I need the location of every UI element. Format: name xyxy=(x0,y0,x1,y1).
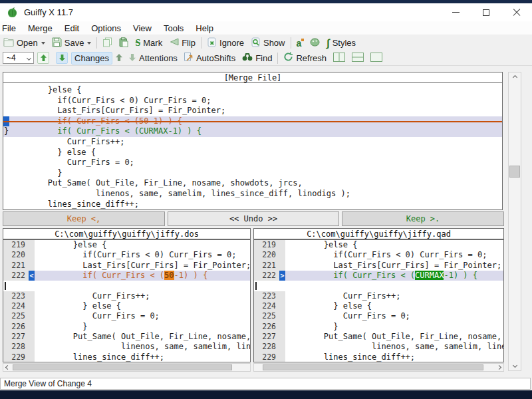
copy-button[interactable] xyxy=(99,37,116,50)
merge-code-line[interactable]: Curr_Firs = 0; xyxy=(3,158,502,168)
menu-help[interactable]: Help xyxy=(190,23,219,33)
split-vertical-view-button[interactable] xyxy=(330,51,348,65)
code-line[interactable]: 226 } xyxy=(3,322,250,332)
show-button[interactable]: Show xyxy=(247,37,289,50)
merge-code-line[interactable]: } else { xyxy=(3,148,502,158)
code-text: Last_Firs[Curr_Firs] = Fir_Pointer; xyxy=(285,261,501,271)
ignore-button[interactable]: Ignore xyxy=(203,37,247,50)
code-line[interactable]: 219 }else { xyxy=(3,240,250,250)
open-dropdown-icon[interactable] xyxy=(41,42,45,45)
scroll-up-icon[interactable] xyxy=(509,72,521,82)
removed-line-marker-icon: - xyxy=(3,116,9,127)
minimize-button[interactable] xyxy=(440,3,471,21)
code-line[interactable]: 222> if( Curr_Firs < (CURMAX-1) ) { xyxy=(254,271,503,281)
code-line[interactable]: 221 Last_Firs[Curr_Firs] = Fir_Pointer; xyxy=(3,261,250,271)
change-selector[interactable]: ~4 xyxy=(3,52,34,64)
code-line[interactable]: 223 Curr_Firs++; xyxy=(3,291,250,301)
code-line[interactable]: 222< if( Curr_Firs < (50-1) ) { xyxy=(3,271,250,281)
code-line[interactable]: 229 lines_since_diff++; xyxy=(3,352,250,362)
left-editor[interactable]: 219 }else {220 if(Curr_Firs < 0) Curr_Fi… xyxy=(3,239,251,362)
paste-button[interactable] xyxy=(116,37,132,50)
menu-edit[interactable]: Edit xyxy=(59,23,85,33)
menu-merge[interactable]: Merge xyxy=(22,23,59,33)
merge-code-line[interactable]: } xyxy=(3,168,502,179)
maximize-button[interactable] xyxy=(471,3,501,21)
left-hscroll-thumb[interactable] xyxy=(13,364,232,370)
menu-view[interactable]: View xyxy=(127,23,158,33)
save-button[interactable]: Save xyxy=(49,37,95,50)
toolbar-separator xyxy=(291,37,291,49)
flip-button[interactable]: Flip xyxy=(166,37,199,50)
open-button[interactable]: Open xyxy=(0,37,49,50)
merge-code-line[interactable]: }else { xyxy=(3,85,502,96)
menu-tools[interactable]: Tools xyxy=(158,23,190,33)
merge-code-line[interactable]: linenos, same, samelim, lines_since_diff… xyxy=(3,189,502,200)
find-button[interactable]: Find xyxy=(239,51,275,65)
code-line[interactable]: 224 } else { xyxy=(3,301,250,311)
code-line[interactable]: 226 } xyxy=(254,322,503,332)
keep-right-button[interactable]: Keep >. xyxy=(342,211,504,226)
font-button[interactable]: a xyxy=(293,37,307,50)
scroll-down-icon[interactable] xyxy=(509,360,521,370)
code-line[interactable]: 228 linenos, same, samelim, lines_since_… xyxy=(254,342,503,352)
previous-attention-button[interactable] xyxy=(112,51,126,65)
gutter-marker xyxy=(279,291,285,301)
merge-code-line[interactable]: } if( Curr_Firs < (CURMAX-1) ) { xyxy=(3,126,502,137)
autoshifts-button[interactable]: AutoShifts xyxy=(180,51,239,65)
next-change-button[interactable] xyxy=(53,51,71,65)
code-line[interactable]: 224 } else { xyxy=(254,301,503,311)
merge-code-line[interactable]: Put_Same( Out_File, Fir_Line, nosame, sh… xyxy=(3,178,502,189)
refresh-button[interactable]: Refresh xyxy=(280,51,330,65)
scroll-right-icon[interactable] xyxy=(495,364,503,371)
scroll-left-icon[interactable] xyxy=(3,364,12,371)
code-text: if(Curr_Firs < 0) Curr_Firs = 0; xyxy=(35,250,236,260)
split-horizontal-view-button[interactable] xyxy=(348,51,367,65)
right-horizontal-scrollbar[interactable] xyxy=(253,363,504,372)
right-hscroll-thumb[interactable] xyxy=(263,364,483,370)
mark-button[interactable]: S Mark xyxy=(132,37,166,50)
code-line[interactable]: 227 Put_Same( Out_File, Fir_Line, nosame… xyxy=(254,332,503,342)
merge-code-line[interactable]: if(Curr_Firs < 0) Curr_Firs = 0; xyxy=(3,96,502,106)
changes-label[interactable]: Changes xyxy=(71,52,112,65)
styles-button[interactable]: ∫ Styles xyxy=(323,37,359,50)
keep-left-button[interactable]: Keep <, xyxy=(3,211,165,226)
merge-code-line[interactable]: Curr_Firs++; xyxy=(3,137,502,148)
single-view-button[interactable] xyxy=(367,51,386,65)
code-line[interactable]: 225 Curr_Firs = 0; xyxy=(254,311,503,321)
next-attention-button[interactable] xyxy=(126,51,139,65)
code-line[interactable]: 225 Curr_Firs = 0; xyxy=(3,311,250,321)
previous-change-button[interactable] xyxy=(34,51,53,65)
vscroll-thumb[interactable] xyxy=(509,166,520,178)
right-editor[interactable]: 219 }else {220 if(Curr_Firs < 0) Curr_Fi… xyxy=(253,239,504,362)
merge-line-text: Put_Same( Out_File, Fir_Line, nosame, sh… xyxy=(9,178,303,189)
code-line[interactable]: 220 if(Curr_Firs < 0) Curr_Firs = 0; xyxy=(3,250,250,260)
close-button[interactable] xyxy=(501,3,532,21)
down-arrow-icon xyxy=(56,52,68,64)
change-selector-dropdown[interactable] xyxy=(24,57,33,60)
merge-code-line[interactable]: - if( Curr_Firs < (50-1) ) { xyxy=(3,116,502,127)
code-line[interactable]: 221 Last_Firs[Curr_Firs] = Fir_Pointer; xyxy=(254,261,503,271)
left-horizontal-scrollbar[interactable] xyxy=(3,363,251,372)
code-line[interactable]: 223 Curr_Firs++; xyxy=(254,291,503,301)
line-number: 229 xyxy=(3,352,29,362)
menu-file[interactable]: File xyxy=(0,23,22,33)
code-line[interactable]: 228 linenos, same, samelim, lines_since_… xyxy=(3,342,250,352)
merge-code-line[interactable]: lines_since_diff++; xyxy=(3,200,502,210)
mark-icon: S xyxy=(135,38,140,49)
colors-button[interactable] xyxy=(307,37,323,50)
gutter-marker xyxy=(279,240,285,250)
styles-icon: ∫ xyxy=(327,39,329,48)
merge-code-line[interactable]: Last_Firs[Curr_Firs] = Fir_Pointer; xyxy=(3,106,502,116)
line-number: 219 xyxy=(3,240,29,250)
save-dropdown-icon[interactable] xyxy=(87,42,91,45)
code-line[interactable]: 227 Put_Same( Out_File, Fir_Line, nosame… xyxy=(3,332,250,342)
code-line[interactable]: 219 }else { xyxy=(254,240,503,250)
code-line[interactable]: 220 if(Curr_Firs < 0) Curr_Firs = 0; xyxy=(254,250,503,260)
menu-options[interactable]: Options xyxy=(85,23,127,33)
merge-editor[interactable]: }else { if(Curr_Firs < 0) Curr_Firs = 0;… xyxy=(3,83,503,210)
split-horizontal-icon xyxy=(352,53,364,64)
code-line[interactable]: 229 lines_since_diff++; xyxy=(254,352,503,362)
gutter-marker xyxy=(29,250,35,260)
undo-button[interactable]: << Undo >> xyxy=(168,211,339,226)
vertical-scrollbar[interactable] xyxy=(508,72,521,371)
